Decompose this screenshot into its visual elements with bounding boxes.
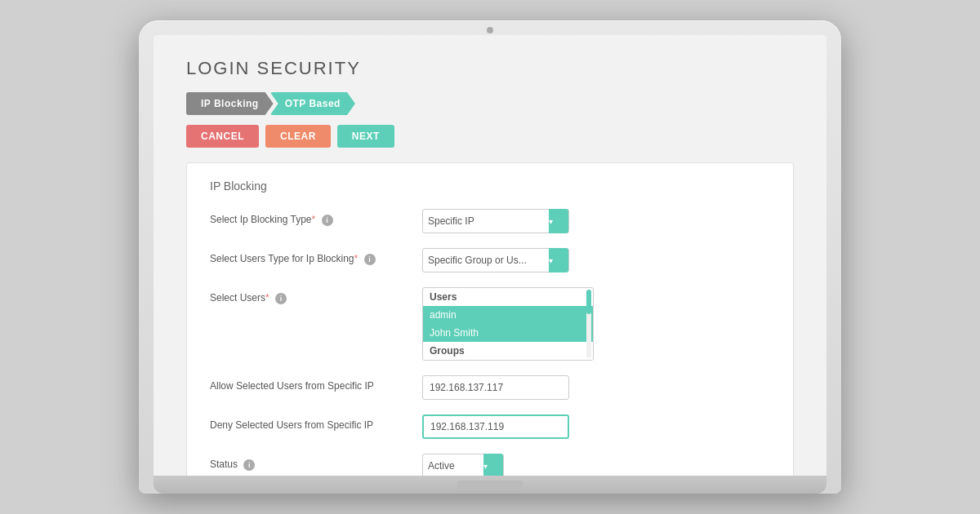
action-buttons: CANCEL CLEAR NEXT [186, 125, 794, 148]
status-select[interactable]: Active ▾ [422, 454, 504, 476]
screen: LOGIN SECURITY IP Blocking OTP Based CAN… [154, 35, 826, 476]
allow-ip-control [422, 375, 770, 400]
scrollbar-thumb[interactable] [586, 290, 591, 314]
deny-ip-control [422, 414, 770, 439]
ip-blocking-type-select[interactable]: Specific IP ▾ [422, 209, 569, 233]
laptop-frame: LOGIN SECURITY IP Blocking OTP Based CAN… [139, 20, 841, 494]
form-row-select-users: Select Users* i Users admin John Smith G… [210, 287, 770, 361]
form-row-deny-ip: Deny Selected Users from Specific IP [210, 414, 770, 439]
step-ip-blocking[interactable]: IP Blocking [186, 92, 274, 115]
users-type-arrow[interactable]: ▾ [549, 248, 568, 273]
users-list-header: Users [423, 288, 593, 306]
select-users-control: Users admin John Smith Groups [422, 287, 770, 361]
select-users-label: Select Users* i [210, 287, 422, 304]
form-card: IP Blocking Select Ip Blocking Type* i S… [186, 162, 794, 476]
chevron-down-icon: ▾ [483, 462, 503, 471]
allow-ip-label: Allow Selected Users from Specific IP [210, 375, 422, 392]
trackpad [457, 481, 523, 489]
users-type-select[interactable]: Specific Group or Us... ▾ [422, 248, 569, 273]
users-type-control: Specific Group or Us... ▾ [422, 248, 770, 273]
user-item-admin[interactable]: admin [423, 306, 593, 324]
form-row-allow-ip: Allow Selected Users from Specific IP [210, 375, 770, 400]
status-arrow[interactable]: ▾ [483, 454, 503, 476]
step-otp-based[interactable]: OTP Based [270, 92, 355, 115]
deny-ip-input[interactable] [422, 414, 569, 439]
ip-blocking-type-label: Select Ip Blocking Type* i [210, 209, 422, 226]
status-control: Active ▾ [422, 454, 770, 476]
form-row-ip-type: Select Ip Blocking Type* i Specific IP ▾ [210, 209, 770, 233]
users-type-label: Select Users Type for Ip Blocking* i [210, 248, 422, 265]
chevron-down-icon: ▾ [549, 217, 568, 226]
status-label: Status i [210, 454, 422, 471]
info-icon-status: i [243, 459, 255, 471]
users-list-container: Users admin John Smith Groups [422, 287, 594, 361]
steps-row: IP Blocking OTP Based [186, 92, 794, 115]
info-icon-ip-type: i [322, 215, 333, 226]
ip-blocking-type-control: Specific IP ▾ [422, 209, 770, 233]
laptop-base [154, 476, 826, 494]
chevron-down-icon: ▾ [549, 256, 568, 265]
page-title: LOGIN SECURITY [186, 58, 794, 79]
info-icon-select-users: i [275, 293, 287, 304]
info-icon-users-type: i [364, 254, 376, 265]
form-row-users-type: Select Users Type for Ip Blocking* i Spe… [210, 248, 770, 273]
screen-content: LOGIN SECURITY IP Blocking OTP Based CAN… [154, 35, 826, 476]
groups-header: Groups [423, 342, 593, 360]
form-row-status: Status i Active ▾ [210, 454, 770, 476]
allow-ip-input[interactable] [422, 375, 569, 400]
clear-button[interactable]: CLEAR [265, 125, 331, 148]
camera [487, 27, 493, 33]
deny-ip-label: Deny Selected Users from Specific IP [210, 414, 422, 431]
ip-blocking-type-arrow[interactable]: ▾ [549, 209, 568, 233]
users-list-items: admin John Smith [423, 306, 593, 342]
user-item-john-smith[interactable]: John Smith [423, 324, 593, 342]
next-button[interactable]: NEXT [337, 125, 394, 148]
cancel-button[interactable]: CANCEL [186, 125, 259, 148]
scrollbar-track[interactable] [586, 290, 591, 358]
form-card-title: IP Blocking [210, 179, 770, 193]
